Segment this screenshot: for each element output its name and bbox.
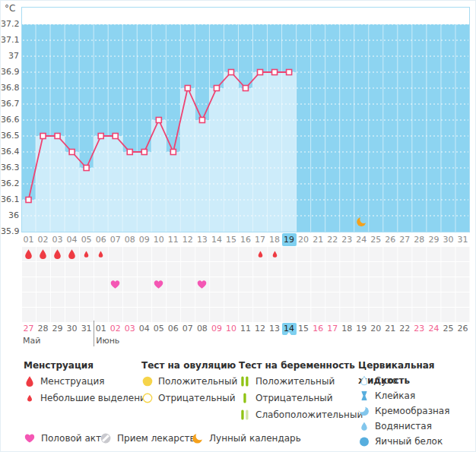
calendar-date[interactable]: 10 — [224, 323, 238, 335]
legend-item-intercourse: Половой акт — [24, 431, 101, 445]
cycle-day-label: 08 — [122, 233, 137, 246]
chart-day-column[interactable] — [21, 7, 36, 232]
menstruation-light-icon — [269, 248, 281, 260]
cycle-day-label: 03 — [50, 233, 65, 246]
calendar-date[interactable]: 04 — [137, 323, 151, 335]
chart-day-column[interactable] — [238, 7, 252, 232]
legend-item-label: Прием лекарств — [117, 433, 195, 444]
cycle-day-label: 17 — [253, 233, 268, 246]
chart-day-column[interactable] — [253, 7, 268, 232]
chart-day-column[interactable] — [166, 7, 180, 232]
calendar-date[interactable]: 18 — [340, 323, 354, 335]
calendar-date[interactable]: 25 — [441, 323, 455, 335]
cycle-day-label: 25 — [369, 233, 383, 246]
chart-day-column[interactable] — [369, 7, 383, 232]
calendar-date-today[interactable]: 14 — [282, 323, 297, 335]
calendar-date[interactable]: 06 — [166, 323, 180, 335]
moon-icon — [192, 432, 204, 444]
legend-item-label: Отрицательный — [255, 393, 333, 403]
menstruation-heavy-icon — [23, 248, 34, 260]
calendar-date[interactable]: 15 — [297, 323, 311, 335]
chart-day-column[interactable] — [455, 7, 470, 232]
chart-day-column[interactable] — [180, 7, 195, 232]
y-axis-tick-label: 36.5 — [1, 131, 19, 141]
y-axis-tick-label: 36.8 — [1, 83, 19, 93]
calendar-date[interactable]: 09 — [209, 323, 224, 335]
legend-item: Положительный — [239, 373, 363, 390]
chart-day-column[interactable] — [340, 7, 354, 232]
chart-day-column[interactable] — [224, 7, 238, 232]
calendar-date[interactable]: 29 — [50, 323, 65, 335]
chart-day-column[interactable] — [94, 7, 108, 232]
chart-day-column[interactable] — [383, 7, 398, 232]
calendar-date[interactable]: 19 — [354, 323, 369, 335]
chart-day-column[interactable] — [65, 7, 79, 232]
calendar-date[interactable]: 17 — [325, 323, 340, 335]
legend-item-label: Небольшие выделения — [40, 393, 151, 403]
chart-day-column[interactable] — [412, 7, 427, 232]
symbol-grid[interactable] — [21, 246, 470, 322]
y-axis-tick-label: 36.3 — [1, 163, 19, 173]
menstruation-heavy-icon — [52, 248, 63, 260]
chart-day-column[interactable] — [427, 7, 441, 232]
chart-day-column[interactable] — [441, 7, 455, 232]
spotting-drop-icon — [24, 392, 36, 404]
ovulation-negative-icon — [141, 392, 154, 404]
legend-item-label: Менструация — [40, 376, 104, 387]
chart-day-column[interactable] — [36, 7, 50, 232]
y-axis-tick-label: 36 — [1, 210, 19, 221]
chart-day-column[interactable] — [151, 7, 166, 232]
calendar-date[interactable]: 21 — [383, 323, 398, 335]
calendar-date[interactable]: 11 — [238, 323, 252, 335]
calendar-date[interactable]: 02 — [108, 323, 122, 335]
cycle-day-label: 12 — [180, 233, 195, 246]
calendar-date[interactable]: 13 — [268, 323, 282, 335]
calendar-date[interactable]: 20 — [369, 323, 383, 335]
calendar-date[interactable]: 22 — [398, 323, 412, 335]
chart-day-column[interactable] — [325, 7, 340, 232]
cycle-day-label: 11 — [166, 233, 180, 246]
y-axis-tick-label: 36.7 — [1, 99, 19, 109]
chart-day-column[interactable] — [108, 7, 122, 232]
chart-day-column[interactable] — [311, 7, 325, 232]
chart-day-column[interactable] — [297, 7, 311, 232]
legend-item-label: Положительный — [158, 376, 237, 387]
chart-day-column[interactable] — [195, 7, 209, 232]
calendar-date[interactable]: 30 — [65, 323, 79, 335]
calendar-date[interactable]: 28 — [36, 323, 50, 335]
calendar-date[interactable]: 03 — [122, 323, 137, 335]
fluid-sticky-icon — [358, 390, 370, 402]
chart-day-column[interactable] — [122, 7, 137, 232]
legend-item-label: Лунный календарь — [209, 433, 301, 444]
chart-day-column[interactable] — [79, 7, 94, 232]
calendar-date[interactable]: 01 — [94, 323, 108, 335]
legend-group-menstruation: Менструация Менструация Небольшие выделе… — [24, 358, 151, 406]
calendar-date[interactable]: 16 — [311, 323, 325, 335]
calendar-date[interactable]: 07 — [180, 323, 195, 335]
chart-day-column[interactable] — [50, 7, 65, 232]
intercourse-heart-icon — [109, 279, 121, 290]
calendar-date[interactable]: 24 — [427, 323, 441, 335]
chart-day-column[interactable] — [354, 7, 369, 232]
calendar-date[interactable]: 31 — [79, 323, 94, 335]
legend-item-label: Отрицательный — [158, 393, 236, 403]
cycle-day-label: 18 — [268, 233, 282, 246]
calendar-date[interactable]: 05 — [151, 323, 166, 335]
fluid-watery-icon — [358, 420, 370, 432]
y-axis-tick-label: 36.2 — [1, 179, 19, 189]
cycle-day-label: 06 — [94, 233, 108, 246]
cycle-day-label: 20 — [297, 233, 311, 246]
calendar-date[interactable]: 23 — [412, 323, 427, 335]
calendar-date[interactable]: 27 — [21, 323, 36, 335]
legend-group-title: Тест на беременность — [239, 358, 363, 373]
calendar-date[interactable]: 26 — [455, 323, 470, 335]
chart-day-column[interactable] — [209, 7, 224, 232]
chart-day-column[interactable] — [398, 7, 412, 232]
chart-day-column[interactable] — [282, 7, 297, 232]
chart-day-column[interactable] — [268, 7, 282, 232]
calendar-date[interactable]: 12 — [253, 323, 268, 335]
chart-day-column[interactable] — [137, 7, 151, 232]
calendar-date[interactable]: 08 — [195, 323, 209, 335]
bbt-chart[interactable] — [21, 7, 470, 232]
y-axis-tick-label: 37.1 — [1, 35, 19, 46]
